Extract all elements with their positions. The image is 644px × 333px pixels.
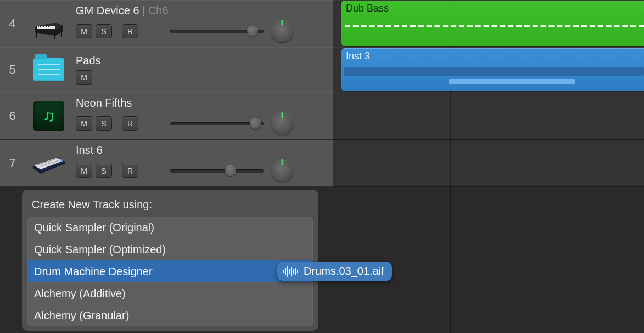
volume-thumb[interactable] (225, 165, 236, 176)
region-label: Inst 3 (346, 51, 370, 62)
svg-rect-2 (40, 26, 41, 27)
arrange-lane[interactable] (333, 140, 644, 187)
audio-file-icon (283, 265, 298, 278)
svg-rect-6 (36, 32, 37, 38)
popup-item-alchemy-additive[interactable]: Alchemy (Additive) (27, 282, 313, 304)
record-button[interactable]: R (122, 24, 138, 38)
track-name: Inst 6 (76, 144, 103, 156)
region-content-icon (344, 67, 644, 76)
drag-file-badge[interactable]: Drums.03_01.aif (277, 262, 392, 281)
pan-knob[interactable] (271, 160, 293, 182)
svg-rect-4 (46, 26, 47, 27)
arrange-area[interactable]: Dub Bass Inst 3 (333, 0, 644, 333)
solo-button[interactable]: S (96, 116, 112, 131)
svg-rect-8 (61, 31, 62, 37)
popup-item-alchemy-granular[interactable]: Alchemy (Granular) (27, 304, 313, 326)
drag-file-name: Drums.03_01.aif (304, 265, 384, 278)
track-row[interactable]: 6 ♫ Neon Fifths M S R (0, 92, 333, 140)
mute-button[interactable]: M (76, 24, 92, 38)
track-icon (25, 140, 72, 186)
mute-button[interactable]: M (76, 70, 92, 85)
track-number: 5 (0, 48, 25, 92)
track-icon (25, 48, 72, 92)
svg-rect-1 (38, 26, 39, 27)
track-number: 6 (0, 93, 25, 139)
solo-button[interactable]: S (96, 24, 112, 38)
popup-item-quick-sampler-original[interactable]: Quick Sampler (Original) (27, 217, 313, 238)
arrange-lane[interactable] (333, 92, 644, 140)
track-name: Pads (76, 54, 101, 66)
volume-thumb[interactable] (250, 118, 261, 129)
pan-knob[interactable] (271, 113, 293, 135)
track-name: Neon Fifths (76, 97, 132, 109)
keyboard-icon (31, 151, 67, 176)
popup-item-drum-machine-designer[interactable]: Drum Machine Designer (27, 260, 313, 282)
region-label: Dub Bass (346, 3, 389, 14)
mute-button[interactable]: M (76, 164, 92, 178)
solo-button[interactable]: S (96, 164, 112, 178)
region-content-icon (345, 25, 644, 27)
track-number: 7 (0, 140, 25, 186)
popup-list: Quick Sampler (Original) Quick Sampler (… (27, 217, 313, 326)
arrange-empty-area[interactable] (333, 187, 644, 333)
svg-rect-7 (54, 35, 55, 39)
create-track-popup: Create New Track using: Quick Sampler (O… (22, 190, 318, 331)
volume-slider[interactable] (170, 169, 264, 173)
track-icon (25, 1, 72, 47)
popup-item-quick-sampler-optimized[interactable]: Quick Sampler (Optimized) (27, 238, 313, 260)
midi-region-dub-bass[interactable]: Dub Bass (341, 1, 644, 46)
track-row[interactable]: 7 Inst 6 M S R (0, 140, 333, 187)
folder-icon (33, 58, 64, 81)
track-number: 4 (0, 1, 25, 47)
track-name: GM Device 6 (76, 4, 139, 16)
track-icon: ♫ (25, 93, 72, 139)
track-row[interactable]: 4 GM Device 6 | Ch6 M S R (0, 0, 333, 47)
svg-rect-5 (48, 26, 49, 27)
volume-thumb[interactable] (247, 26, 258, 37)
mute-button[interactable]: M (76, 116, 92, 131)
track-channel: Ch6 (148, 4, 169, 16)
record-button[interactable]: R (122, 116, 138, 131)
volume-slider[interactable] (170, 30, 264, 33)
svg-rect-3 (43, 26, 44, 27)
popup-title: Create New Track using: (22, 198, 318, 217)
track-list: 4 GM Device 6 | Ch6 M S R (0, 0, 333, 187)
volume-slider[interactable] (170, 122, 264, 125)
midi-region-inst-3[interactable]: Inst 3 (341, 48, 644, 91)
svg-point-15 (60, 159, 63, 162)
piano-icon (31, 8, 66, 39)
music-note-icon: ♫ (33, 101, 64, 131)
track-row[interactable]: 5 Pads M (0, 47, 333, 92)
pan-knob[interactable] (271, 20, 293, 42)
region-content-icon (449, 79, 575, 84)
record-button[interactable]: R (122, 164, 138, 178)
